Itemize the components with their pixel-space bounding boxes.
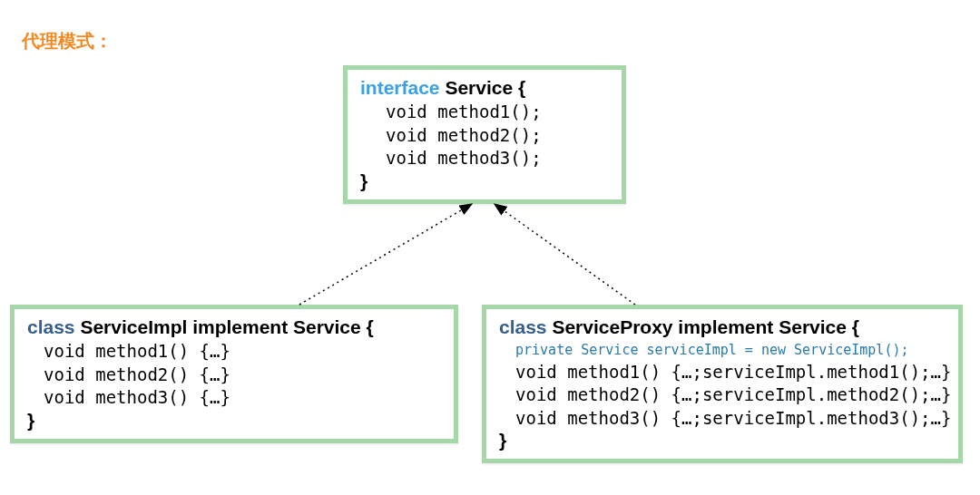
proxy-keyword: class: [499, 316, 547, 337]
impl-close: }: [27, 410, 441, 432]
impl-line-1: void method1() {…}: [27, 340, 441, 364]
interface-line-3: void method3();: [360, 147, 609, 170]
interface-header: interface Service {: [360, 77, 609, 99]
diagram-title: 代理模式：: [22, 29, 113, 53]
impl-line-3: void method3() {…}: [27, 386, 441, 410]
interface-name: Service {: [445, 77, 525, 98]
proxy-name: ServiceProxy implement Service {: [552, 316, 859, 337]
proxy-line-3: void method3() {…;serviceImpl.method3();…: [499, 407, 946, 431]
svg-line-2: [495, 204, 635, 305]
proxy-line-1: void method1() {…;serviceImpl.method1();…: [499, 361, 946, 384]
svg-line-1: [299, 204, 472, 305]
interface-line-2: void method2();: [360, 124, 609, 148]
proxy-close: }: [499, 430, 946, 451]
proxy-box: class ServiceProxy implement Service { p…: [482, 305, 963, 463]
proxy-line-2: void method2() {…;serviceImpl.method2();…: [499, 383, 946, 407]
proxy-header: class ServiceProxy implement Service {: [499, 316, 946, 338]
impl-line-2: void method2() {…}: [27, 364, 441, 387]
proxy-private-line: private Service serviceImpl = new Servic…: [499, 340, 946, 361]
interface-close: }: [360, 170, 609, 192]
impl-keyword: class: [27, 316, 75, 337]
interface-box: interface Service { void method1(); void…: [343, 65, 626, 204]
interface-line-1: void method1();: [360, 101, 609, 124]
impl-header: class ServiceImpl implement Service {: [27, 316, 441, 338]
interface-keyword: interface: [360, 77, 440, 98]
impl-box: class ServiceImpl implement Service { vo…: [10, 305, 458, 443]
impl-name: ServiceImpl implement Service {: [80, 316, 373, 337]
